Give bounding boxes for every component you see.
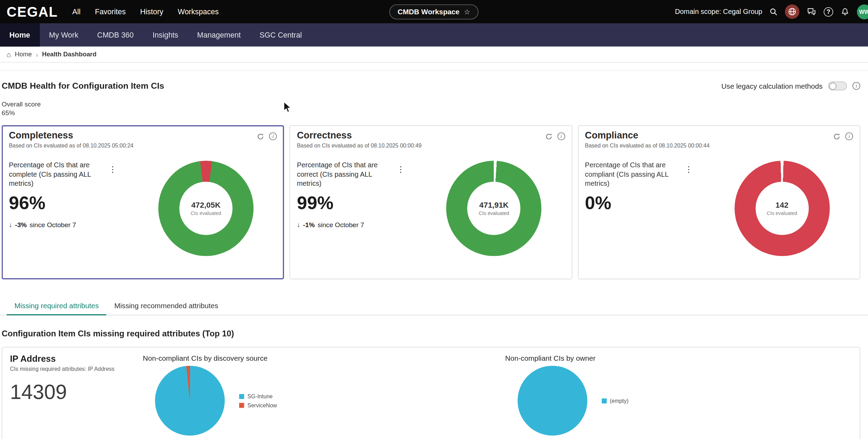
- refresh-icon[interactable]: [833, 133, 841, 140]
- down-arrow-icon: ↓: [9, 221, 12, 229]
- pie-row: SG-Intune ServiceNow: [143, 366, 490, 436]
- card-metric-block: Percentage of CIs that are compliant (CI…: [585, 161, 711, 214]
- card-subtitle: Based on CIs evaluated as of 08.10.2025 …: [585, 143, 710, 149]
- trend-value: -1%: [303, 221, 315, 229]
- tab-missing-required[interactable]: Missing required attributes: [7, 298, 107, 316]
- cegal-logo[interactable]: CEGAL: [7, 3, 58, 19]
- card-header: Completeness Based on CIs evaluated as o…: [9, 130, 277, 149]
- card-metric-block: Percentage of CIs that are complete (CIs…: [9, 161, 135, 229]
- donut-label: CIs evaluated: [479, 211, 509, 216]
- donut-value: 142: [776, 201, 788, 209]
- tab-management[interactable]: Management: [188, 23, 250, 47]
- refresh-icon[interactable]: [257, 133, 264, 140]
- nav-item-history[interactable]: History: [140, 8, 163, 16]
- tab-insights[interactable]: Insights: [143, 23, 188, 47]
- discovery-source-block: Non-compliant CIs by discovery source SG…: [143, 354, 490, 439]
- card-title: Compliance: [585, 130, 710, 142]
- donut-value: 471,91K: [479, 201, 508, 209]
- favorite-star-icon[interactable]: ☆: [464, 8, 470, 16]
- trend-value: -3%: [15, 221, 27, 229]
- app-window: CEGAL All Favorites History Workspaces C…: [0, 0, 868, 439]
- page-title: CMDB Health for Configuration Item CIs: [2, 81, 164, 91]
- donut-wrap: 142 CIs evaluated: [711, 161, 853, 256]
- card-header: Correctness Based on CIs evaluated as of…: [297, 130, 565, 149]
- chat-icon[interactable]: [806, 7, 817, 17]
- refresh-icon[interactable]: [545, 133, 552, 140]
- info-icon[interactable]: i: [852, 82, 860, 90]
- search-icon[interactable]: [769, 8, 778, 16]
- completeness-donut-chart[interactable]: 472,05K CIs evaluated: [158, 161, 254, 256]
- kebab-menu-icon[interactable]: ⋮: [396, 165, 405, 174]
- card-subtitle: Based on CIs evaluated as of 08.10.2025 …: [9, 143, 133, 149]
- metric-trend: ↓ -1% since October 7: [297, 221, 423, 229]
- ip-address-card[interactable]: IP Address CIs missing required attribut…: [2, 347, 860, 439]
- metric-percent: 0%: [585, 192, 711, 214]
- globe-icon[interactable]: [785, 5, 799, 19]
- section-title: Configuration Item CIs missing required …: [2, 329, 860, 338]
- tab-home[interactable]: Home: [0, 23, 40, 47]
- screen: CEGAL All Favorites History Workspaces C…: [0, 0, 868, 439]
- pie-title: Non-compliant CIs by owner: [505, 354, 852, 363]
- nav-item-all[interactable]: All: [72, 8, 81, 16]
- owner-block: Non-compliant CIs by owner (empty): [490, 354, 852, 439]
- info-icon[interactable]: i: [269, 133, 277, 140]
- top-right-cluster: Domain scope: Cegal Group ? WW: [675, 4, 868, 19]
- nav-item-workspaces[interactable]: Workspaces: [178, 8, 219, 16]
- card-subtitle: Based on CIs evaluated as of 08.10.2025 …: [297, 143, 421, 149]
- kebab-menu-icon[interactable]: ⋮: [685, 165, 693, 174]
- tab-sgc-central[interactable]: SGC Central: [250, 23, 311, 47]
- discovery-source-pie-chart[interactable]: [155, 366, 225, 436]
- kebab-menu-icon[interactable]: ⋮: [108, 165, 117, 174]
- legacy-toggle[interactable]: [828, 81, 847, 90]
- legend-item[interactable]: ServiceNow: [239, 402, 277, 408]
- card-body: Percentage of CIs that are correct (CIs …: [297, 161, 565, 256]
- pie-legend: SG-Intune ServiceNow: [239, 391, 277, 411]
- workspace-pill[interactable]: CMDB Workspace ☆: [389, 4, 478, 19]
- correctness-donut-chart[interactable]: 471,91K CIs evaluated: [447, 161, 542, 256]
- home-icon[interactable]: ⌂: [7, 50, 11, 58]
- card-header: Compliance Based on CIs evaluated as of …: [585, 130, 853, 149]
- owner-pie-chart[interactable]: [517, 366, 587, 436]
- user-avatar[interactable]: WW: [857, 4, 868, 19]
- top-nav: CEGAL All Favorites History Workspaces C…: [0, 0, 868, 23]
- bell-icon[interactable]: [840, 7, 850, 16]
- card-completeness[interactable]: Completeness Based on CIs evaluated as o…: [2, 126, 284, 280]
- tab-my-work[interactable]: My Work: [40, 23, 88, 47]
- info-icon[interactable]: i: [845, 133, 853, 140]
- overall-score-value: 65%: [2, 109, 860, 118]
- tab-missing-recommended[interactable]: Missing recommended attributes: [107, 298, 226, 315]
- attribute-tabs: Missing required attributes Missing reco…: [0, 298, 868, 316]
- donut-center: 142 CIs evaluated: [734, 161, 829, 256]
- donut-label: CIs evaluated: [191, 211, 221, 216]
- tab-cmdb-360[interactable]: CMDB 360: [88, 23, 143, 47]
- card-actions: i: [257, 133, 277, 140]
- legend-label: ServiceNow: [247, 402, 277, 408]
- legend-label: (empty): [610, 398, 629, 404]
- card-correctness[interactable]: Correctness Based on CIs evaluated as of…: [290, 126, 572, 280]
- help-icon[interactable]: ?: [824, 7, 833, 16]
- nav-item-favorites[interactable]: Favorites: [95, 8, 125, 16]
- legend-item[interactable]: (empty): [601, 398, 629, 404]
- legend-swatch: [239, 403, 244, 408]
- compliance-donut-chart[interactable]: 142 CIs evaluated: [734, 161, 829, 256]
- donut-wrap: 472,05K CIs evaluated: [135, 161, 277, 256]
- legend-swatch: [239, 394, 244, 399]
- breadcrumb-home[interactable]: Home: [15, 51, 32, 58]
- metric-percent: 99%: [297, 192, 423, 214]
- chevron-right-icon: ›: [36, 50, 38, 58]
- top-nav-items: All Favorites History Workspaces: [72, 8, 219, 16]
- divider: [0, 70, 868, 71]
- card-actions: i: [545, 133, 565, 140]
- legacy-calc-control: Use legacy calculation methods i: [721, 81, 860, 90]
- overall-score: Overall score 65%: [2, 100, 860, 118]
- card-compliance[interactable]: Compliance Based on CIs evaluated as of …: [578, 126, 860, 280]
- legacy-toggle-label: Use legacy calculation methods: [721, 82, 822, 90]
- ip-title: IP Address: [10, 354, 143, 365]
- card-actions: i: [833, 133, 853, 140]
- legend-item[interactable]: SG-Intune: [239, 393, 277, 400]
- trend-text: since October 7: [318, 221, 364, 229]
- breadcrumb: ⌂ Home › Health Dashboard: [0, 47, 868, 63]
- pie-title: Non-compliant CIs by discovery source: [143, 354, 490, 363]
- legend-label: SG-Intune: [247, 393, 273, 400]
- info-icon[interactable]: i: [557, 133, 565, 140]
